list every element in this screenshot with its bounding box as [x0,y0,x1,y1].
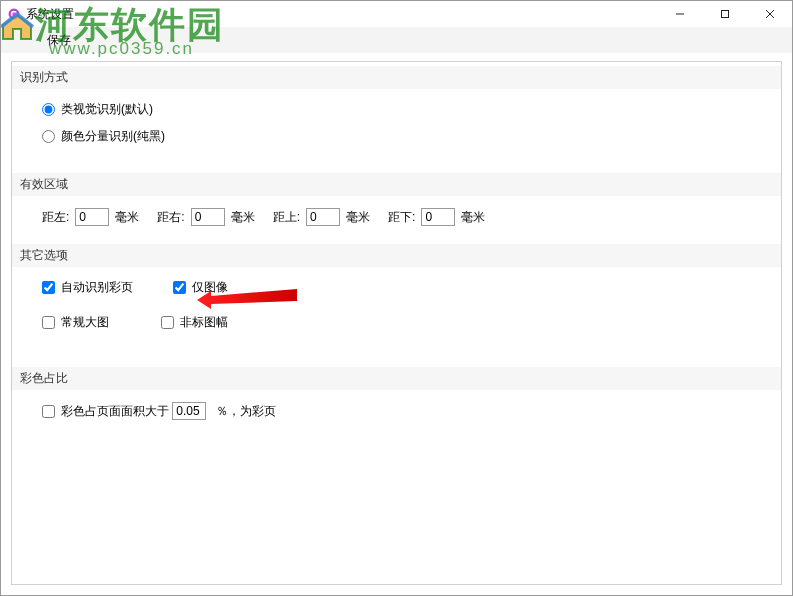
section-header-other: 其它选项 [12,244,781,267]
ratio-prefix: 彩色占页面面积大于 [61,403,169,420]
bottom-input[interactable] [421,208,455,226]
checkbox-auto-color[interactable] [42,281,55,294]
checkbox-regular-big[interactable] [42,316,55,329]
bottom-label: 距下: [388,209,415,226]
save-button[interactable]: 保存 [41,30,77,51]
ratio-suffix: ％，为彩页 [216,403,276,420]
section-header-ratio: 彩色占比 [12,367,781,390]
content-pane: 识别方式 类视觉识别(默认) 颜色分量识别(纯黑) 有效区域 距左: 毫米 距右… [11,61,782,585]
label-nonstd-frame: 非标图幅 [180,314,228,331]
label-auto-color: 自动识别彩页 [61,279,133,296]
maximize-button[interactable] [702,1,747,27]
bottom-unit: 毫米 [461,209,485,226]
app-icon [7,7,21,21]
svg-rect-3 [721,11,728,18]
window-controls [657,1,792,27]
left-unit: 毫米 [115,209,139,226]
label-regular-big: 常规大图 [61,314,109,331]
radio-color[interactable] [42,130,55,143]
right-unit: 毫米 [231,209,255,226]
toolbar: 保存 [1,27,792,53]
right-input[interactable] [191,208,225,226]
checkbox-ratio[interactable] [42,405,55,418]
window-title: 系统设置 [26,6,74,23]
left-label: 距左: [42,209,69,226]
top-input[interactable] [306,208,340,226]
checkbox-nonstd-frame[interactable] [161,316,174,329]
left-input[interactable] [75,208,109,226]
radio-color-label: 颜色分量识别(纯黑) [61,128,165,145]
top-unit: 毫米 [346,209,370,226]
radio-visual[interactable] [42,103,55,116]
radio-visual-label: 类视觉识别(默认) [61,101,153,118]
section-header-region: 有效区域 [12,173,781,196]
right-label: 距右: [157,209,184,226]
top-label: 距上: [273,209,300,226]
checkbox-image-only[interactable] [173,281,186,294]
label-image-only: 仅图像 [192,279,228,296]
section-header-recognition: 识别方式 [12,66,781,89]
ratio-input[interactable] [172,402,206,420]
minimize-button[interactable] [657,1,702,27]
titlebar: 系统设置 [1,1,792,27]
svg-point-1 [12,12,16,16]
close-button[interactable] [747,1,792,27]
